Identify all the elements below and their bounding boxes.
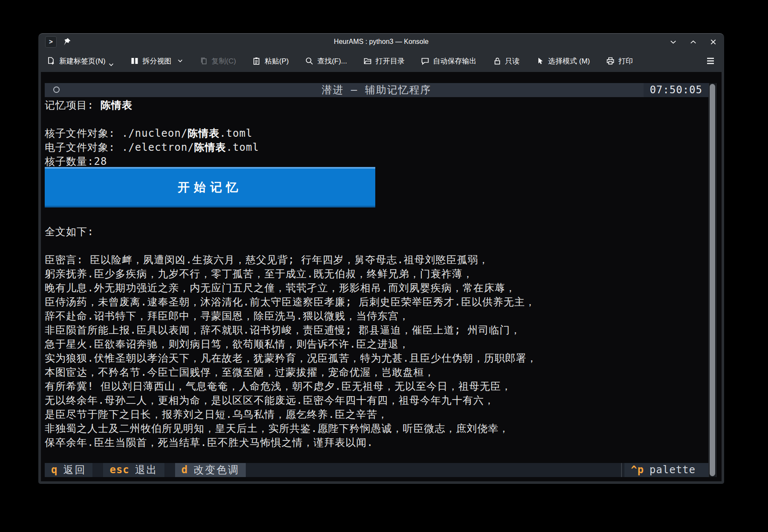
menu-button[interactable] [705, 56, 716, 66]
printer-icon [606, 57, 615, 65]
fulltext-line: 臣侍汤药，未曾废离.逮奉圣朝，沐浴清化.前太守臣逵察臣孝廉; 后刺史臣荣举臣秀才… [45, 295, 535, 309]
clock: 07:50:05 [644, 83, 708, 97]
fulltext-line: 是臣尽节于陛下之日长，报养刘之日短.乌鸟私情，愿乞终养.臣之辛苦， [45, 408, 388, 422]
toolbar-item-folder[interactable]: 打开目录 [363, 56, 405, 66]
toolbar-item-printer[interactable]: 打印 [606, 56, 633, 66]
fulltext-line: 辞不赴命.诏书特下，拜臣郎中，寻蒙国恩，除臣洗马.猥以微贱，当侍东宫， [45, 309, 409, 323]
paste-icon [252, 57, 261, 65]
new-tab-icon [47, 57, 55, 65]
terminal-viewport: 潜进 – 辅助记忆程序 07:50:05 记忆项目: 陈情表 核子文件对象: .… [41, 72, 722, 481]
fulltext-label: 全文如下: [45, 225, 94, 239]
scrollbar-thumb[interactable] [710, 84, 715, 476]
footer-binding-palette[interactable]: ^ppalette [624, 463, 708, 477]
electron-file-line: 电子文件对象: ./electron/陈情表.toml [45, 141, 259, 155]
toolbar-item-split-view[interactable]: 拆分视图 [130, 56, 183, 66]
start-memorize-button[interactable]: 开始记忆 [45, 167, 375, 207]
titlebar: > HeurAMS : python3 — Konsole [38, 34, 724, 50]
nucleon-file-line: 核子文件对象: ./nucleon/陈情表.toml [45, 127, 253, 141]
window-title: HeurAMS : python3 — Konsole [38, 38, 724, 46]
search-icon [305, 57, 314, 65]
fulltext-line: 保卒余年.臣生当陨首，死当结草.臣不胜犬马怖惧之情，谨拜表以闻. [45, 436, 373, 450]
fulltext-line: 无以终余年.母孙二人，更相为命，是以区区不能废远.臣密今年四十有四，祖母今年九十… [45, 394, 495, 408]
toolbar: 新建标签页(N)拆分视图复制(C)粘贴(P)查找(F)...打开目录自动保存输出… [38, 50, 724, 72]
minimize-button[interactable] [669, 38, 677, 46]
tui-header: 潜进 – 辅助记忆程序 07:50:05 [45, 83, 708, 97]
footer-binding-esc[interactable]: esc退出 [103, 463, 164, 477]
tui-footer: q返回esc退出d改变色调^ppalette [45, 463, 708, 477]
footer-binding-q[interactable]: q返回 [45, 463, 92, 477]
close-button[interactable] [709, 38, 717, 46]
fulltext-line: 非独蜀之人士及二州牧伯所见明知，皇天后土，实所共鉴.愿陛下矜悯愚诚，听臣微志，庶… [45, 422, 509, 436]
chevron-down-icon [177, 58, 183, 64]
split-view-icon [130, 57, 139, 65]
chevron-down-icon [108, 62, 114, 68]
fulltext-line: 躬亲抚养.臣少多疾病，九岁不行，零丁孤苦，至于成立.既无伯叔，终鲜兄弟，门衰祚薄… [45, 267, 473, 281]
output-bubble-icon [421, 57, 429, 65]
unlock-icon [493, 57, 501, 65]
toolbar-item-cursor[interactable]: 选择模式 (M) [536, 56, 590, 66]
fulltext-line: 急于星火.臣欲奉诏奔驰，则刘病日笃，欲苟顺私情，则告诉不许.臣之进退， [45, 337, 409, 351]
fulltext-line: 晚有儿息.外无期功强近之亲，内无应门五尺之僮，茕茕孑立，形影相吊.而刘夙婴疾病，… [45, 281, 516, 295]
toolbar-item-new-tab[interactable]: 新建标签页(N) [47, 56, 114, 66]
fulltext-line: 本图宦达，不矜名节.今臣亡国贱俘，至微至陋，过蒙拔擢，宠命优渥，岂敢盘桓， [45, 365, 434, 380]
toolbar-item-paste[interactable]: 粘贴(P) [252, 56, 289, 66]
fulltext-line: 非臣陨首所能上报.臣具以表闻，辞不就职.诏书切峻，责臣逋慢; 郡县逼迫，催臣上道… [45, 323, 521, 337]
cursor-icon [536, 57, 544, 65]
copy-icon [199, 57, 208, 65]
app-title: 潜进 – 辅助记忆程序 [45, 83, 708, 97]
footer-binding-d[interactable]: d改变色调 [175, 463, 246, 477]
fulltext-line: 臣密言: 臣以险衅，夙遭闵凶.生孩六月，慈父见背; 行年四岁，舅夺母志.祖母刘愍… [45, 253, 489, 267]
fulltext-line: 有所希冀! 但以刘日薄西山，气息奄奄，人命危浅，朝不虑夕.臣无祖母，无以至今日，… [45, 380, 512, 394]
fulltext-line: 实为狼狈.伏惟圣朝以孝治天下，凡在故老，犹蒙矜育，况臣孤苦，特为尤甚.且臣少仕伪… [45, 351, 537, 365]
toolbar-item-search[interactable]: 查找(F)... [305, 56, 347, 66]
maximize-button[interactable] [689, 38, 697, 46]
toolbar-item-output-bubble[interactable]: 自动保存输出 [421, 56, 477, 66]
toolbar-item-unlock[interactable]: 只读 [493, 56, 520, 66]
konsole-window: > HeurAMS : python3 — Konsole 新建标签页(N)拆分… [38, 33, 724, 484]
memory-item-line: 记忆项目: 陈情表 [45, 98, 132, 112]
toolbar-item-copy: 复制(C) [199, 56, 236, 66]
folder-icon [363, 57, 372, 65]
scrollbar-track[interactable] [708, 83, 716, 477]
hamburger-icon [705, 56, 716, 66]
